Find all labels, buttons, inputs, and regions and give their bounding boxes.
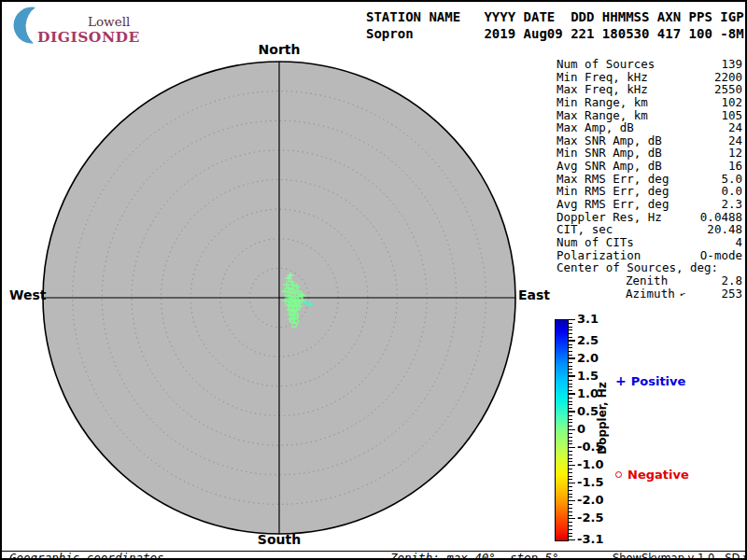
stats-label: Max Freq, kHz	[557, 83, 648, 96]
stats-label: Avg SNR Amp, dB	[557, 160, 662, 173]
lowell-digisonde-logo: Lowell DIGISONDE	[11, 6, 161, 47]
stats-row: Num of Sources139	[557, 58, 742, 71]
stats-label: Max Range, km	[557, 109, 648, 122]
stats-value: 16	[728, 160, 742, 173]
stats-label: Doppler Res, Hz	[557, 211, 662, 224]
compass-label-south: South	[256, 532, 303, 547]
stats-row: CIT, sec20.48	[557, 223, 742, 236]
stats-label: Azimuth←	[626, 287, 685, 301]
stats-row: Avg SNR Amp, dB16	[557, 160, 742, 173]
stats-row: Min RMS Err, deg0.0	[557, 185, 742, 198]
colorbar-axis-title: Doppler, Hz	[596, 382, 609, 455]
colorbar-tick-label: -3.1	[577, 532, 603, 546]
stats-value: 4	[735, 236, 742, 249]
stats-row: Avg RMS Err, deg2.3	[557, 198, 742, 211]
stats-label: Max RMS Err, deg	[557, 173, 669, 186]
azimuth-direction-arrow-icon: ←	[677, 287, 687, 301]
colorbar-major-tick	[569, 357, 575, 358]
stats-label: Min RMS Err, deg	[557, 185, 669, 198]
stats-row: Zenith2.8	[557, 274, 742, 287]
colorbar-major-tick	[569, 447, 575, 448]
stats-label: Min Range, km	[557, 96, 648, 109]
stats-value: 24	[728, 134, 742, 147]
colorbar-major-tick	[569, 340, 575, 341]
stats-row: Max Freq, kHz2550	[557, 83, 742, 96]
stats-value: O-mode	[700, 249, 742, 262]
stats-row: Max SNR Amp, dB24	[557, 134, 742, 147]
colorbar-tick-label: 0	[577, 422, 585, 436]
colorbar-tick-label: -2.0	[577, 493, 603, 507]
colorbar-major-tick	[569, 375, 575, 376]
legend-positive-label: Positive	[631, 374, 686, 388]
stats-row: PolarizationO-mode	[557, 249, 742, 262]
colorbar-major-tick	[569, 429, 575, 430]
stats-row: Doppler Res, Hz0.0488	[557, 211, 742, 224]
colorbar-tick-label: -2.5	[577, 511, 603, 525]
logo-product-text: DIGISONDE	[37, 28, 140, 46]
legend-negative: Negative	[615, 468, 689, 482]
stats-value: 2.8	[721, 274, 742, 287]
stats-label: Num of Sources	[557, 58, 655, 71]
colorbar-major-tick	[569, 539, 575, 540]
compass-label-west: West	[9, 287, 45, 302]
zenith-scale-label: Zenith: max 40° step 5°	[390, 551, 559, 560]
stats-row: Min SNR Amp, dB12	[557, 147, 742, 160]
colorbar-major-tick	[569, 500, 575, 501]
stats-label: CIT, sec	[557, 223, 613, 236]
stats-label: Center of Sources, deg:	[557, 261, 718, 274]
legend-positive: + Positive	[615, 373, 685, 388]
stats-label: Polarization	[557, 249, 641, 262]
stats-label: Max Amp, dB	[557, 121, 634, 134]
legend-negative-label: Negative	[627, 468, 689, 482]
colorbar-tick-label: 2.0	[577, 351, 599, 365]
colorbar-major-tick	[569, 465, 575, 466]
stats-value: 105	[721, 109, 742, 122]
stats-row: Azimuth←253	[557, 287, 742, 301]
stats-row: Num of CITs4	[557, 236, 742, 249]
stats-value: 5.0	[721, 173, 742, 186]
measurement-stats-panel: Num of Sources139Min Freq, kHz2200Max Fr…	[557, 58, 742, 300]
stats-value: 139	[721, 58, 742, 71]
stats-row: Min Range, km102	[557, 96, 742, 109]
stats-value: 12	[728, 147, 742, 160]
circle-icon	[615, 471, 622, 478]
coordinates-mode-label: Geographic coordinates	[9, 551, 164, 560]
stats-label: Min Freq, kHz	[557, 71, 648, 84]
colorbar-major-tick	[569, 319, 575, 320]
doppler-colorbar	[555, 319, 569, 541]
stats-row: Min Freq, kHz2200	[557, 71, 742, 84]
colorbar-tick-label: 2.5	[577, 333, 599, 347]
plus-icon: +	[615, 373, 627, 388]
stats-value: 0.0	[721, 185, 742, 198]
colorbar-tick-label: -1.5	[577, 475, 603, 489]
colorbar-tick-label: -1.0	[577, 457, 603, 471]
colorbar-major-tick	[569, 483, 575, 483]
stats-label: Max SNR Amp, dB	[557, 134, 662, 147]
stats-row: Max Range, km105	[557, 109, 742, 122]
logo-brand-text: Lowell	[88, 14, 130, 29]
stats-label: Num of CITs	[557, 236, 634, 249]
stats-value: 2200	[714, 71, 742, 84]
crescent-moon-icon	[14, 7, 35, 44]
stats-row: Center of Sources, deg:	[557, 261, 742, 274]
stats-label: Min SNR Amp, dB	[557, 147, 662, 160]
stats-row: Max RMS Err, deg5.0	[557, 173, 742, 186]
stats-value: 24	[728, 121, 742, 134]
compass-label-east: East	[518, 287, 550, 302]
showskymap-window: Lowell DIGISONDE STATION NAME YYYY DATE …	[0, 0, 747, 560]
colorbar-tick-label: 3.1	[577, 312, 599, 326]
stats-value: 2550	[714, 83, 742, 96]
stats-label: Avg RMS Err, deg	[557, 198, 669, 211]
compass-label-north: North	[256, 42, 303, 57]
colorbar-major-tick	[569, 393, 575, 394]
stats-value: 253	[721, 287, 742, 301]
program-version-label: ShowSkymap v 1.0 SD v 5.1	[613, 552, 747, 560]
stats-value: 102	[721, 96, 742, 109]
stats-row: Max Amp, dB24	[557, 121, 742, 134]
station-header-table: STATION NAME YYYY DATE DDD HHMMSS AXN PP…	[366, 8, 744, 42]
stats-value: 20.48	[707, 223, 742, 236]
colorbar-major-tick	[569, 411, 575, 412]
stats-value: 2.3	[721, 198, 742, 211]
stats-label: Zenith	[626, 274, 668, 287]
stats-value: 0.0488	[700, 211, 742, 224]
